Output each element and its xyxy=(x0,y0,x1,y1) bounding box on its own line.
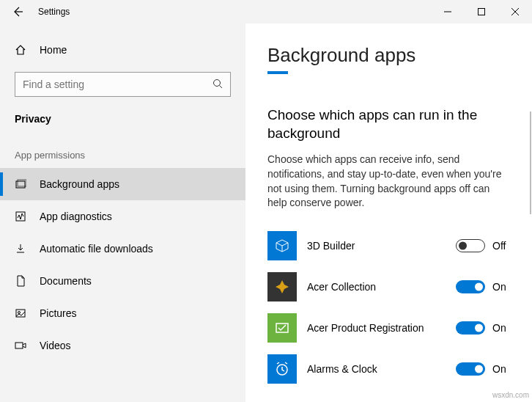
video-icon xyxy=(15,340,26,351)
layers-icon xyxy=(15,178,26,190)
app-row-3d-builder: 3D Builder Off xyxy=(267,225,510,266)
nav-item-app-diagnostics[interactable]: App diagnostics xyxy=(0,200,245,233)
toggle-acer-collection[interactable] xyxy=(456,280,485,293)
nav-item-documents[interactable]: Documents xyxy=(0,265,245,297)
close-icon xyxy=(511,8,519,15)
nav-item-background-apps[interactable]: Background apps xyxy=(0,168,245,200)
watermark: wsxdn.com xyxy=(492,391,529,399)
home-label: Home xyxy=(40,44,67,56)
svg-point-10 xyxy=(18,312,21,314)
nav-label: Videos xyxy=(40,340,71,351)
home-link[interactable]: Home xyxy=(0,38,245,62)
app-label: Acer Product Registration xyxy=(307,322,456,334)
svg-rect-1 xyxy=(479,9,485,15)
search-box[interactable] xyxy=(15,72,231,97)
back-button[interactable] xyxy=(0,0,35,23)
toggle-acer-registration[interactable] xyxy=(456,321,485,335)
toggle-state: On xyxy=(492,322,510,334)
close-button[interactable] xyxy=(498,0,532,23)
toggle-state: Off xyxy=(492,240,510,252)
app-label: Alarms & Clock xyxy=(307,363,456,375)
home-icon xyxy=(15,44,26,56)
document-icon xyxy=(15,275,26,287)
section-description: Choose which apps can receive info, send… xyxy=(267,153,510,210)
title-accent xyxy=(267,71,288,74)
toggle-3d-builder[interactable] xyxy=(456,239,485,252)
diagnostics-icon xyxy=(15,211,26,222)
download-icon xyxy=(15,243,26,255)
maximize-button[interactable] xyxy=(465,0,498,23)
scrollbar[interactable] xyxy=(530,112,531,214)
search-input[interactable] xyxy=(23,78,213,90)
titlebar: Settings xyxy=(0,0,532,23)
app-icon-acer-registration xyxy=(267,313,297,343)
nav-label: Documents xyxy=(40,275,92,287)
arrow-left-icon xyxy=(12,6,23,18)
page-title: Background apps xyxy=(267,44,510,67)
nav-label: Background apps xyxy=(40,178,119,190)
picture-icon xyxy=(15,307,26,319)
toggle-alarms-clock[interactable] xyxy=(456,362,485,376)
nav-item-pictures[interactable]: Pictures xyxy=(0,297,245,329)
sidebar-subhead: App permissions xyxy=(0,138,245,168)
app-icon-alarms-clock xyxy=(267,354,297,384)
app-list: 3D Builder Off Acer Collection On Acer P… xyxy=(267,225,510,390)
main-panel: Background apps Choose which apps can ru… xyxy=(245,23,532,402)
sidebar: Home Privacy App permissions Background … xyxy=(0,23,245,402)
nav-label: App diagnostics xyxy=(40,211,112,222)
app-icon-acer-collection xyxy=(267,272,297,302)
nav-label: Pictures xyxy=(40,307,77,319)
nav-item-auto-downloads[interactable]: Automatic file downloads xyxy=(0,233,245,265)
app-label: Acer Collection xyxy=(307,281,456,293)
search-icon xyxy=(213,78,223,91)
app-row-alarms-clock: Alarms & Clock On xyxy=(267,348,510,390)
section-title: Privacy xyxy=(0,109,245,138)
section-heading: Choose which apps can run in the backgro… xyxy=(267,106,510,142)
app-icon-3d-builder xyxy=(267,231,297,260)
app-label: 3D Builder xyxy=(307,240,456,252)
minimize-icon xyxy=(444,8,451,15)
svg-line-5 xyxy=(220,85,223,88)
window-title: Settings xyxy=(38,7,70,17)
svg-point-4 xyxy=(214,79,221,86)
toggle-state: On xyxy=(492,363,510,375)
app-row-acer-registration: Acer Product Registration On xyxy=(267,307,510,348)
svg-rect-11 xyxy=(15,343,23,348)
nav-label: Automatic file downloads xyxy=(40,243,153,255)
window-controls xyxy=(431,0,532,23)
minimize-button[interactable] xyxy=(431,0,465,23)
app-row-acer-collection: Acer Collection On xyxy=(267,266,510,307)
toggle-state: On xyxy=(492,281,510,293)
nav-item-videos[interactable]: Videos xyxy=(0,329,245,362)
maximize-icon xyxy=(478,8,485,15)
